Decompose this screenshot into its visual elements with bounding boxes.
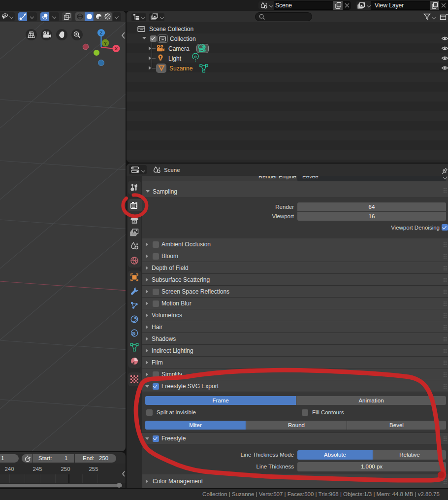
svg-text:Z: Z — [100, 30, 103, 35]
svg-text:X: X — [115, 46, 118, 51]
svg-text:Y: Y — [104, 40, 107, 46]
